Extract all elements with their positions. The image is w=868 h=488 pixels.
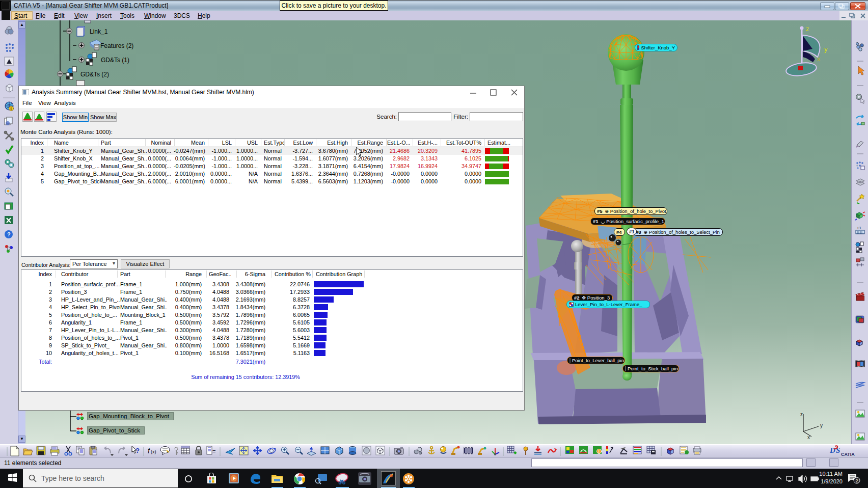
svg-text:y: y — [820, 423, 823, 428]
svg-text:S: S — [836, 446, 840, 454]
svg-text:y: y — [824, 45, 828, 53]
svg-text:$: $ — [10, 107, 12, 111]
svg-text:z: z — [806, 25, 809, 33]
svg-text:=: = — [212, 448, 215, 454]
svg-text:x: x — [817, 55, 821, 63]
svg-text:(x): (x) — [151, 449, 156, 454]
svg-text:!: ! — [599, 449, 600, 454]
svg-text:2: 2 — [856, 478, 858, 483]
svg-text:CATIA: CATIA — [841, 452, 855, 457]
svg-text:?: ? — [135, 447, 140, 454]
svg-text:x: x — [807, 435, 810, 440]
svg-text:±1: ±1 — [857, 226, 861, 230]
svg-text:D: D — [829, 446, 835, 454]
svg-text:?: ? — [7, 231, 11, 237]
svg-text:z: z — [800, 412, 803, 417]
